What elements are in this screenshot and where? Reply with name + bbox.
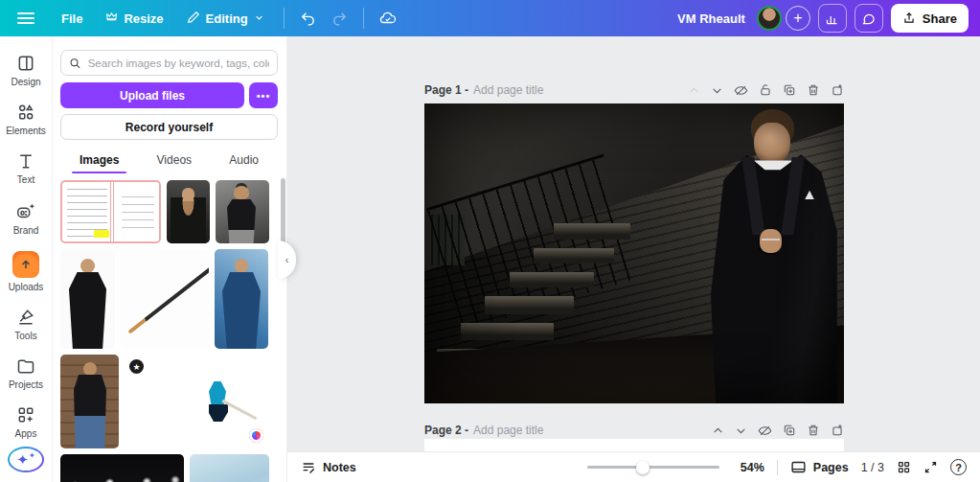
add-member-button[interactable]: + xyxy=(786,6,810,31)
insights-button[interactable] xyxy=(818,4,847,33)
statusbar-divider xyxy=(777,460,778,475)
sidebar-item-elements[interactable]: Elements xyxy=(0,95,52,144)
brand-icon xyxy=(15,200,36,221)
editing-mode-dropdown[interactable]: Editing xyxy=(177,4,274,34)
sidebar-item-text[interactable]: Text xyxy=(0,144,52,193)
pencil-icon xyxy=(187,11,200,27)
upload-thumb-man-wood-wall-photo[interactable] xyxy=(60,355,119,448)
delete-page-button[interactable] xyxy=(807,83,820,97)
help-button[interactable]: ? xyxy=(950,459,967,475)
page-indicator: 1 / 3 xyxy=(861,461,884,474)
uploads-panel: Upload files ••• Record yourself Images … xyxy=(53,36,287,482)
upload-files-button[interactable]: Upload files xyxy=(60,82,244,108)
upload-thumb-man-blue-suit-photo[interactable] xyxy=(215,249,268,349)
hide-page-button[interactable] xyxy=(734,83,748,98)
search-input[interactable] xyxy=(88,57,269,69)
comments-button[interactable] xyxy=(855,4,883,33)
page-2-title-input[interactable]: Add page title xyxy=(473,424,543,437)
upload-thumb-stadium-lights-photo[interactable] xyxy=(60,454,184,482)
comment-icon xyxy=(861,11,876,26)
editing-label: Editing xyxy=(206,11,248,26)
chevron-left-icon: ‹ xyxy=(285,254,289,265)
file-menu[interactable]: File xyxy=(52,5,92,33)
crown-icon xyxy=(105,11,118,26)
sidebar-item-projects[interactable]: Projects xyxy=(0,349,52,398)
page-1-canvas-image[interactable] xyxy=(424,103,844,403)
tab-images[interactable]: Images xyxy=(78,149,121,173)
sidebar-item-apps[interactable]: Apps xyxy=(0,398,52,447)
tab-audio[interactable]: Audio xyxy=(227,149,261,173)
plus-icon: + xyxy=(793,10,802,27)
page-1-title-input[interactable]: Add page title xyxy=(473,83,543,97)
chevron-down-icon xyxy=(254,11,264,26)
share-label: Share xyxy=(923,11,957,26)
zoom-slider-thumb[interactable] xyxy=(636,461,650,474)
sidebar-item-uploads[interactable]: Uploads xyxy=(0,243,52,300)
move-page-up-button[interactable] xyxy=(688,84,700,97)
pages-button[interactable]: Pages xyxy=(790,459,849,475)
tab-videos[interactable]: Videos xyxy=(155,149,194,173)
fullscreen-icon xyxy=(923,460,938,474)
search-icon xyxy=(69,57,81,70)
duplicate-page-button[interactable] xyxy=(783,83,796,97)
magic-assistant-button[interactable]: ✦✦ xyxy=(8,447,44,472)
lock-page-button[interactable] xyxy=(759,83,772,97)
grid-view-button[interactable] xyxy=(897,460,911,474)
redo-button[interactable] xyxy=(326,5,353,33)
toolbar-divider xyxy=(363,8,364,29)
add-page-button[interactable] xyxy=(831,83,844,97)
design-icon xyxy=(16,54,35,73)
resize-button[interactable]: Resize xyxy=(96,4,172,33)
apps-icon xyxy=(16,405,35,425)
media-tabs: Images Videos Audio xyxy=(60,149,278,173)
sidebar-item-tools[interactable]: Tools xyxy=(0,300,52,349)
zoom-percentage: 54% xyxy=(732,461,764,474)
vignette-overlay xyxy=(424,103,844,403)
upload-thumb-hockey-player-ice-photo[interactable]: ★ xyxy=(125,355,269,448)
bar-chart-icon xyxy=(825,11,839,26)
fullscreen-button[interactable] xyxy=(923,460,938,474)
upload-thumb-man-black-suit-white-bg-photo[interactable] xyxy=(60,249,115,349)
duplicate-page-button[interactable] xyxy=(783,424,796,437)
sidebar-item-brand[interactable]: Brand xyxy=(0,193,52,243)
avatar[interactable] xyxy=(757,6,782,31)
add-page-button[interactable] xyxy=(831,424,844,437)
delete-page-button[interactable] xyxy=(807,424,820,437)
upload-more-button[interactable]: ••• xyxy=(249,82,278,108)
status-bar: Notes 54% Pages 1 / 3 xyxy=(287,451,980,482)
upload-thumb-man-black-tank-top-photo[interactable] xyxy=(216,180,269,243)
canvas-area: Page 1 - Add page title xyxy=(287,36,980,482)
canva-editor: File Resize Editing xyxy=(0,0,980,482)
menu-icon[interactable] xyxy=(17,12,34,24)
pages-label: Pages xyxy=(813,461,849,474)
sidebar-item-design[interactable]: Design xyxy=(0,46,52,95)
share-export-icon xyxy=(902,11,916,25)
notes-button[interactable]: Notes xyxy=(301,460,356,475)
move-page-up-button[interactable] xyxy=(712,425,724,437)
file-menu-label: File xyxy=(61,11,82,26)
upload-thumb-hockey-stick-photo[interactable] xyxy=(121,249,209,349)
hide-page-button[interactable] xyxy=(758,424,772,438)
move-page-down-button[interactable] xyxy=(735,425,747,437)
record-yourself-button[interactable]: Record yourself xyxy=(60,114,278,140)
page-2-header: Page 2 - Add page title xyxy=(424,423,844,438)
zoom-slider[interactable] xyxy=(587,466,719,469)
notes-icon xyxy=(301,460,316,475)
top-toolbar: File Resize Editing xyxy=(0,0,980,36)
upload-thumb-book-cover-template-document[interactable] xyxy=(60,180,161,243)
favorite-star-badge: ★ xyxy=(129,359,144,374)
search-box[interactable] xyxy=(60,50,278,76)
projects-icon xyxy=(16,356,35,376)
upload-thumb-ice-texture-photo[interactable] xyxy=(190,454,269,482)
move-page-down-button[interactable] xyxy=(711,84,723,97)
page-2-canvas[interactable] xyxy=(424,439,844,451)
upload-thumb-man-open-jacket-photo[interactable] xyxy=(167,180,210,243)
tools-icon xyxy=(16,308,35,327)
pages-icon xyxy=(790,459,807,475)
uploads-icon xyxy=(12,251,39,278)
page-1-header: Page 1 - Add page title xyxy=(424,82,844,98)
undo-button[interactable] xyxy=(294,5,322,33)
share-button[interactable]: Share xyxy=(891,4,969,33)
uploads-grid: ★ xyxy=(60,180,278,482)
page-2-label: Page 2 - xyxy=(424,424,468,437)
